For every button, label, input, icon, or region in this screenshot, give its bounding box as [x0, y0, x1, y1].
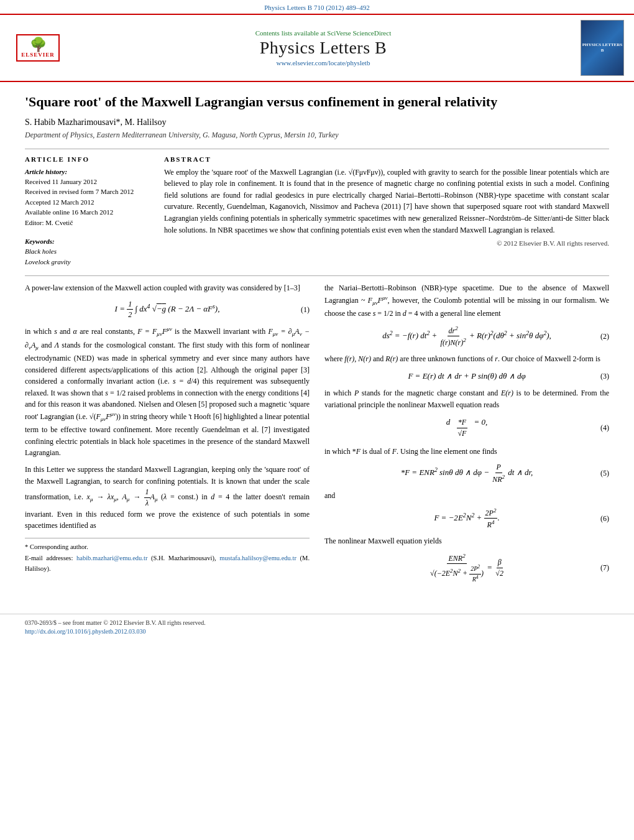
equation-1: I = 12 ∫ dx4 √−g (R − 2Λ − αFs), (1): [25, 299, 310, 321]
equation-7: ENR2 √(−2E2N2 + 2P2R4) = β√2 (7): [324, 552, 609, 584]
footnote-email1-link[interactable]: habib.mazhari@emu.edu.tr: [76, 555, 147, 561]
article-meta: ARTICLE INFO Article history: Received 1…: [25, 155, 609, 267]
page: Physics Letters B 710 (2012) 489–492 🌳 E…: [0, 0, 634, 840]
header-center: Contents lists available at SciVerse Sci…: [73, 29, 573, 67]
equation-6: F = −2E2N2 + 2P2R4. (6): [324, 507, 609, 531]
footnote-section: * Corresponding author. E-mail addresses…: [25, 538, 310, 574]
affiliation: Department of Physics, Eastern Mediterra…: [25, 131, 609, 140]
col-right: the Nariai–Bertotti–Robinson (NBR)-type …: [324, 282, 609, 589]
eq6-content: F = −2E2N2 + 2P2R4.: [324, 507, 609, 531]
body-left-para1: A power-law extension of the Maxwell act…: [25, 282, 310, 294]
eq1-content: I = 12 ∫ dx4 √−g (R − 2Λ − αFs),: [25, 299, 310, 321]
journal-thumbnail: PHYSICS LETTERS B: [581, 20, 624, 76]
eq5-content: *F = ENR2 sinθ dθ ∧ dφ − PNR2 dt ∧ dr,: [324, 462, 609, 485]
keywords-label: Keywords:: [25, 238, 149, 245]
accepted: Accepted 12 March 2012: [25, 197, 149, 208]
elsevier-tree-icon: 🌳: [21, 38, 55, 52]
body-right-para3: in which P stands for the magnetic charg…: [324, 387, 609, 410]
copyright-line: © 2012 Elsevier B.V. All rights reserved…: [164, 239, 609, 247]
eq3-number: (3): [600, 371, 609, 382]
eq3-content: F = E(r) dt ∧ dr + P sin(θ) dθ ∧ dφ: [324, 370, 609, 382]
article-info-heading: ARTICLE INFO: [25, 155, 149, 163]
footnote-email-label: E-mail addresses:: [25, 555, 73, 561]
eq7-content: ENR2 √(−2E2N2 + 2P2R4) = β√2: [324, 552, 609, 584]
revised: Received in revised form 7 March 2012: [25, 187, 149, 197]
sciencedirect-link[interactable]: SciVerse ScienceDirect: [327, 29, 391, 37]
body-right-para4: in which *F is dual of F. Using the line…: [324, 446, 609, 458]
body-left-para2: in which s and α are real constants, F =…: [25, 325, 310, 459]
body-right-para2: where f(r), N(r) and R(r) are three unkn…: [324, 353, 609, 365]
footnote-email: E-mail addresses: habib.mazhari@emu.edu.…: [25, 553, 310, 574]
authors: S. Habib Mazharimousavi*, M. Halilsoy: [25, 118, 609, 127]
elsevier-label: ELSEVIER: [21, 52, 55, 58]
eq4-number: (4): [600, 422, 609, 434]
equation-2: ds2 = −f(r) dt2 + dr2f(r)N(r)2 + R(r)2(d…: [324, 325, 609, 349]
eq4-content: d *F√F = 0,: [324, 415, 609, 441]
body-right-para1: the Nariai–Bertotti–Robinson (NBR)-type …: [324, 282, 609, 320]
editor: Editor: M. Cvetič: [25, 218, 149, 228]
history-label: Article history:: [25, 168, 149, 175]
main-content: 'Square root' of the Maxwell Lagrangian …: [0, 82, 634, 601]
abstract-section: ABSTRACT We employ the 'square root' of …: [164, 155, 609, 267]
col-left: A power-law extension of the Maxwell act…: [25, 282, 310, 589]
keywords-list: Black holes Lovelock gravity: [25, 246, 149, 267]
eq1-number: (1): [301, 304, 310, 316]
available: Available online 16 March 2012: [25, 207, 149, 218]
equation-3: F = E(r) dt ∧ dr + P sin(θ) dθ ∧ dφ (3): [324, 370, 609, 382]
eq7-number: (7): [600, 562, 609, 574]
received1: Received 11 January 2012: [25, 177, 149, 187]
keyword2: Lovelock gravity: [25, 258, 71, 265]
journal-ref-text: Physics Letters B 710 (2012) 489–492: [264, 4, 370, 11]
sciencedirect-prefix: Contents lists available at: [255, 29, 327, 37]
elsevier-logo: 🌳 ELSEVIER: [10, 34, 66, 62]
body-right-para5: and: [324, 490, 609, 502]
body-right-para6: The nonlinear Maxwell equation yields: [324, 535, 609, 547]
abstract-text: We employ the 'square root' of the Maxwe…: [164, 167, 609, 236]
eq5-number: (5): [600, 468, 609, 479]
abstract-heading: ABSTRACT: [164, 155, 609, 163]
sciencedirect-line: Contents lists available at SciVerse Sci…: [73, 29, 573, 37]
footnote-corresponding: * Corresponding author.: [25, 542, 310, 552]
eq6-number: (6): [600, 513, 609, 525]
paper-title: 'Square root' of the Maxwell Lagrangian …: [25, 93, 609, 111]
eq2-number: (2): [600, 331, 609, 343]
footer-issn: 0370-2693/$ – see front matter © 2012 El…: [25, 619, 609, 626]
body-left-para3: In this Letter we suppress the standard …: [25, 464, 310, 532]
footnote-email1-name: (S.H. Mazharimousavi),: [151, 555, 216, 561]
journal-thumb-text: PHYSICS LETTERS B: [581, 42, 623, 53]
divider-1: [25, 149, 609, 149]
journal-ref-bar: Physics Letters B 710 (2012) 489–492: [0, 0, 634, 14]
divider-2: [25, 275, 609, 276]
journal-url[interactable]: www.elsevier.com/locate/physletb: [73, 59, 573, 67]
journal-title: Physics Letters B: [73, 38, 573, 58]
footer-area: 0370-2693/$ – see front matter © 2012 El…: [0, 614, 634, 640]
authors-text: S. Habib Mazharimousavi*, M. Halilsoy: [25, 118, 166, 127]
article-info: ARTICLE INFO Article history: Received 1…: [25, 155, 149, 267]
header-area: 🌳 ELSEVIER Contents lists available at S…: [0, 14, 634, 82]
equation-4: d *F√F = 0, (4): [324, 415, 609, 441]
keyword1: Black holes: [25, 247, 57, 255]
equation-5: *F = ENR2 sinθ dθ ∧ dφ − PNR2 dt ∧ dr, (…: [324, 462, 609, 485]
eq2-content: ds2 = −f(r) dt2 + dr2f(r)N(r)2 + R(r)2(d…: [324, 325, 609, 349]
footer-doi[interactable]: http://dx.doi.org/10.1016/j.physletb.201…: [25, 628, 609, 635]
body-columns: A power-law extension of the Maxwell act…: [25, 282, 609, 589]
footnote-email2-link[interactable]: mustafa.halilsoy@emu.edu.tr: [219, 555, 296, 561]
